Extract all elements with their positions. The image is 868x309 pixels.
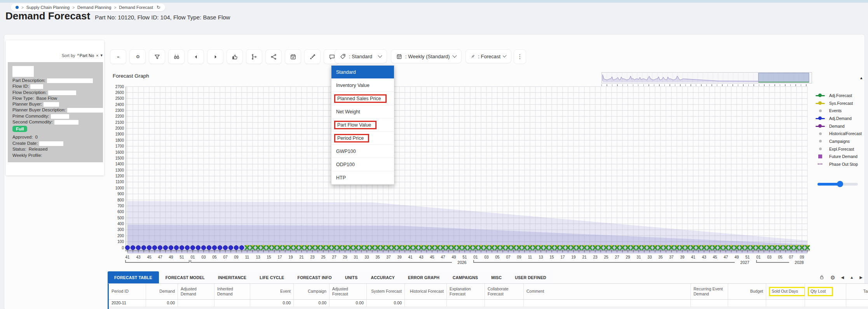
svg-text:17: 17 — [560, 255, 565, 259]
column-header-label: System Forecast — [371, 289, 402, 294]
tab-forecast-table[interactable]: FORECAST TABLE — [108, 271, 159, 283]
value-type-label: : Standard — [349, 54, 372, 59]
table-cell-qty-lost[interactable] — [805, 300, 846, 307]
table-cell-period-id[interactable]: 2020-11 — [109, 300, 146, 307]
legend-item-expl-forecast[interactable]: Expl.Forecast — [815, 145, 868, 153]
menu-item-part-flow-value[interactable]: Part Flow Value — [331, 118, 394, 132]
table-cell-event[interactable]: 0.00 — [250, 300, 294, 307]
table-cell-adjusted-demand[interactable] — [178, 300, 214, 307]
legend-item-demand[interactable]: Demand — [815, 122, 868, 130]
table-cell-budget[interactable] — [728, 300, 766, 307]
sort-field[interactable]: Part No — [80, 53, 94, 58]
legend-item-phase-out-stop[interactable]: •••Phase Out Stop — [815, 160, 868, 168]
svg-text:1400: 1400 — [115, 162, 124, 166]
table-cell-demand[interactable]: 0.00 — [146, 300, 178, 307]
value-type-dropdown[interactable]: : Standard — [335, 49, 387, 63]
svg-text:300: 300 — [117, 227, 124, 232]
tab-campaigns[interactable]: CAMPAIGNS — [446, 271, 485, 283]
table-cell-system-forecast[interactable]: 0.00 — [367, 300, 405, 307]
table-row: 2020-110.000.000.000.000.00 — [109, 300, 868, 307]
hierarchy-button[interactable] — [246, 49, 262, 64]
tab-forecast-info[interactable]: FORECAST INFO — [291, 271, 338, 283]
table-cell-sold-out-days[interactable] — [766, 300, 805, 307]
menu-item-planned-sales-price[interactable]: Planned Sales Price — [331, 92, 394, 105]
sort-caret-down-icon[interactable]: ▾ — [100, 53, 103, 58]
kebab-icon: ⋮ — [517, 53, 523, 60]
collapse-sidebar-button[interactable]: « — [110, 49, 126, 64]
menu-item-htp[interactable]: HTP — [331, 171, 394, 184]
sort-asc-icon[interactable]: ^ — [77, 53, 79, 58]
svg-text:700: 700 — [117, 204, 124, 208]
breadcrumb-item-supply-chain-planning[interactable]: Supply Chain Planning — [26, 5, 70, 10]
svg-text:37: 37 — [386, 255, 391, 259]
scatter-button[interactable] — [304, 49, 321, 64]
clear-sort-icon[interactable]: × — [96, 53, 98, 58]
table-cell-adjusted-forecast[interactable]: 0.00 — [329, 300, 367, 307]
menu-item-standard[interactable]: Standard — [331, 66, 394, 79]
legend-collapse-icon[interactable]: ▴ — [860, 75, 863, 80]
more-options-button[interactable]: ⋮ — [514, 49, 526, 64]
legend-item-adj-forecast[interactable]: Adj.Forecast — [815, 92, 868, 99]
legend-marker-icon — [815, 139, 825, 144]
tab-misc[interactable]: MISC — [485, 271, 508, 283]
table-cell-explanation-forecast[interactable] — [447, 300, 485, 307]
menu-item-label: Part Flow Value — [334, 121, 376, 129]
calendar-check-icon — [290, 54, 296, 60]
tab-error-graph[interactable]: ERROR GRAPH — [401, 271, 446, 283]
slider-knob[interactable] — [837, 181, 843, 187]
legend-marker-icon — [815, 101, 825, 106]
menu-item-odp100[interactable]: ODP100 — [331, 158, 394, 171]
legend-item-campaigns[interactable]: Campaigns — [815, 137, 868, 145]
tab-accuracy[interactable]: ACCURACY — [364, 271, 401, 283]
settings-button[interactable]: ⚙ — [129, 49, 146, 64]
breadcrumb-item-demand-planning[interactable]: Demand Planning — [77, 5, 111, 10]
tab-units[interactable]: UNITS — [338, 271, 364, 283]
table-cell-collaborate-forecast[interactable] — [485, 300, 524, 307]
breadcrumb-item-demand-forecast[interactable]: Demand Forecast — [119, 5, 153, 10]
tab-forecast-model[interactable]: FORECAST MODEL — [159, 271, 211, 283]
legend-item-future-demand[interactable]: Future Demand — [815, 153, 868, 161]
menu-item-label: Period Price — [334, 134, 369, 142]
previous-button[interactable] — [188, 49, 204, 64]
table-cell-comment[interactable] — [524, 300, 691, 307]
tab-life-cycle[interactable]: LIFE CYCLE — [253, 271, 291, 283]
find-button[interactable] — [168, 49, 185, 64]
next-button[interactable] — [207, 49, 223, 64]
tab-user-defined[interactable]: USER DEFINED — [508, 271, 553, 283]
table-cell-historical-forecast[interactable] — [405, 300, 447, 307]
tab-inheritance[interactable]: INHERITANCE — [211, 271, 253, 283]
table-settings-gear-icon[interactable]: ⚙ — [830, 274, 835, 281]
approve-icon — [232, 54, 238, 60]
menu-item-gwp100[interactable]: GWP100 — [331, 145, 394, 158]
lock-icon[interactable] — [819, 274, 824, 281]
mode-dropdown[interactable]: : Forecast — [465, 49, 511, 63]
table-cell-target-sales[interactable] — [846, 300, 868, 307]
svg-text:41: 41 — [691, 255, 695, 259]
home-dot-icon[interactable] — [16, 6, 19, 9]
menu-item-net-weight[interactable]: Net Weight — [331, 105, 394, 118]
calendar-check-button[interactable] — [285, 49, 301, 64]
legend-marker-icon: ••• — [815, 162, 825, 167]
zoom-slider[interactable] — [817, 181, 858, 187]
table-cell-recurring-event-demand[interactable] — [691, 300, 728, 307]
legend-item-sys-forecast[interactable]: Sys.Forecast — [815, 99, 868, 107]
approve-button[interactable] — [227, 49, 243, 64]
legend-item-events[interactable]: Events — [815, 107, 868, 115]
overview-minimap[interactable] — [601, 72, 812, 83]
filter-button[interactable] — [149, 49, 165, 64]
table-prev-icon[interactable]: ◀ — [841, 275, 844, 279]
redacted-value — [44, 102, 59, 107]
table-header-row: Period IDDemandAdjusted DemandInherited … — [109, 284, 868, 300]
distribute-button[interactable] — [265, 49, 282, 64]
table-cell-inherited-demand[interactable] — [214, 300, 250, 307]
svg-text:47: 47 — [441, 255, 445, 259]
table-collapse-icon[interactable]: ▲ — [850, 275, 854, 279]
legend-item-historicalforecast[interactable]: HistoricalForecast — [815, 130, 868, 137]
refresh-icon[interactable]: ↻ — [157, 5, 160, 10]
table-cell-campaign[interactable]: 0.00 — [294, 300, 329, 307]
period-dropdown[interactable]: : Weekly (Standard) — [391, 49, 462, 63]
table-next-icon[interactable]: ▶ — [859, 275, 863, 279]
legend-item-adj-demand[interactable]: Adj.Demand — [815, 115, 868, 122]
menu-item-period-price[interactable]: Period Price — [331, 132, 394, 145]
menu-item-inventory-value[interactable]: Inventory Value — [331, 79, 394, 92]
